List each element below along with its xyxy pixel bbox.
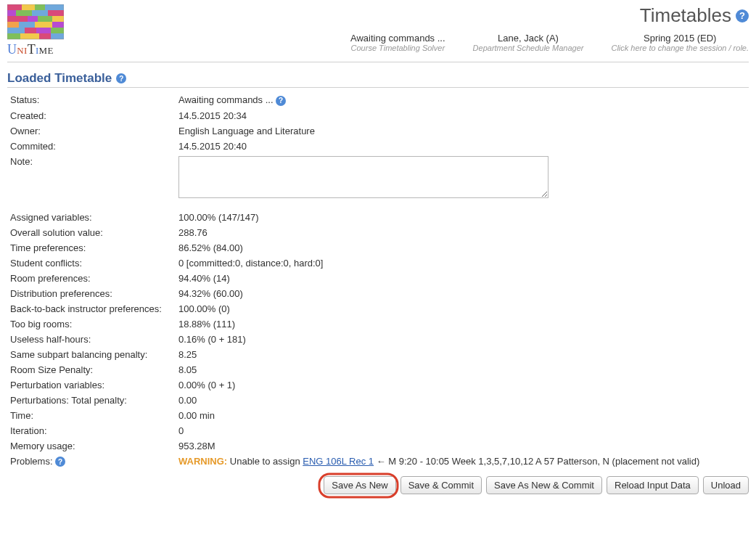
problems-label: Problems: ? <box>7 454 176 470</box>
svg-rect-17 <box>25 28 36 33</box>
help-icon[interactable]: ? <box>736 9 749 22</box>
mem-label: Memory usage: <box>7 438 176 454</box>
iter-label: Iteration: <box>7 423 176 438</box>
timepref-label: Time preferences: <box>7 240 176 255</box>
useless-value: 0.16% (0 + 181) <box>176 332 749 347</box>
distpref-label: Distribution preferences: <box>7 286 176 301</box>
created-label: Created: <box>7 108 176 123</box>
svg-rect-21 <box>20 33 39 39</box>
save-as-new-button[interactable]: Save As New <box>324 476 395 494</box>
svg-rect-18 <box>36 28 51 33</box>
assigned-value: 100.00% (147/147) <box>176 210 749 225</box>
warning-label: WARNING: <box>178 456 227 467</box>
svg-rect-23 <box>51 33 64 39</box>
overall-label: Overall solution value: <box>7 225 176 240</box>
save-commit-button[interactable]: Save & Commit <box>400 476 482 494</box>
svg-rect-2 <box>35 4 45 10</box>
status-label: Status: <box>7 92 176 108</box>
pertvar-value: 0.00% (0 + 1) <box>176 377 749 393</box>
svg-rect-0 <box>7 4 22 10</box>
section-header: Loaded Timetable ? <box>7 71 749 88</box>
svg-rect-1 <box>22 4 35 10</box>
owner-label: Owner: <box>7 123 176 139</box>
roomsize-label: Room Size Penalty: <box>7 362 176 377</box>
svg-rect-4 <box>7 10 16 16</box>
help-icon[interactable]: ? <box>116 73 126 83</box>
overall-value: 288.76 <box>176 225 749 240</box>
roomsize-value: 8.05 <box>176 362 749 377</box>
created-value: 14.5.2015 20:34 <box>176 108 749 123</box>
problem-link[interactable]: ENG 106L Rec 1 <box>303 456 374 467</box>
top-bar: UniTime Timetables ? Awaiting commands .… <box>7 4 749 62</box>
section-title: Loaded Timetable <box>7 71 112 86</box>
mem-value: 953.28M <box>176 438 749 454</box>
svg-rect-5 <box>16 10 32 16</box>
svg-rect-3 <box>45 4 64 10</box>
pertvar-label: Perturbation variables: <box>7 377 176 393</box>
useless-label: Useless half-hours: <box>7 332 176 347</box>
page-title: Timetables ? <box>640 4 749 27</box>
svg-rect-7 <box>48 10 64 16</box>
help-icon[interactable]: ? <box>276 96 286 106</box>
status-value: Awaiting commands ... ? <box>176 92 749 108</box>
perttot-label: Perturbations: Total penalty: <box>7 393 176 408</box>
assigned-label: Assigned variables: <box>7 210 176 225</box>
perttot-value: 0.00 <box>176 393 749 408</box>
btb-label: Back-to-back instructor preferences: <box>7 301 176 316</box>
timepref-value: 86.52% (84.00) <box>176 240 749 255</box>
balance-value: 8.25 <box>176 347 749 362</box>
stuconf-label: Student conflicts: <box>7 255 176 271</box>
svg-rect-19 <box>51 28 64 33</box>
session-strip: Awaiting commands ... Course Timetabling… <box>350 33 749 52</box>
svg-rect-12 <box>7 22 19 28</box>
roompref-label: Room preferences: <box>7 271 176 286</box>
session-user[interactable]: Lane, Jack (A) Department Schedule Manag… <box>473 33 584 52</box>
time-value: 0.00 min <box>176 408 749 423</box>
save-new-commit-button[interactable]: Save As New & Commit <box>486 476 602 494</box>
logo-block: UniTime <box>7 4 64 57</box>
svg-rect-13 <box>19 22 35 28</box>
stuconf-value: 0 [committed:0, distance:0, hard:0] <box>176 255 749 271</box>
iter-value: 0 <box>176 423 749 438</box>
svg-rect-9 <box>28 16 38 22</box>
problems-value: WARNING: Unable to assign ENG 106L Rec 1… <box>176 454 749 470</box>
btb-value: 100.00% (0) <box>176 301 749 316</box>
logo-text: UniTime <box>7 42 54 57</box>
distpref-value: 94.32% (60.00) <box>176 286 749 301</box>
svg-rect-8 <box>7 16 28 22</box>
committed-value: 14.5.2015 20:40 <box>176 139 749 154</box>
help-icon[interactable]: ? <box>55 457 65 467</box>
balance-label: Same subpart balancing penalty: <box>7 347 176 362</box>
session-solver[interactable]: Awaiting commands ... Course Timetabling… <box>350 33 445 52</box>
svg-rect-6 <box>32 10 48 16</box>
owner-value: English Language and Literature <box>176 123 749 139</box>
properties-table: Status: Awaiting commands ... ? Created:… <box>7 92 749 469</box>
svg-rect-15 <box>52 22 64 28</box>
button-row: Save As New Save & Commit Save As New & … <box>7 476 749 494</box>
committed-label: Commited: <box>7 139 176 154</box>
reload-button[interactable]: Reload Input Data <box>607 476 699 494</box>
svg-rect-20 <box>7 33 20 39</box>
svg-rect-22 <box>39 33 51 39</box>
svg-rect-10 <box>38 16 52 22</box>
session-term[interactable]: Spring 2015 (ED) Click here to change th… <box>611 33 749 52</box>
svg-rect-14 <box>35 22 52 28</box>
note-input[interactable] <box>178 156 548 198</box>
svg-rect-11 <box>52 16 64 22</box>
unload-button[interactable]: Unload <box>703 476 749 494</box>
note-label: Note: <box>7 154 176 202</box>
svg-rect-16 <box>7 28 25 33</box>
page-title-text: Timetables <box>640 4 731 27</box>
toobig-label: Too big rooms: <box>7 316 176 332</box>
logo-icon <box>7 4 64 41</box>
save-as-new-highlight: Save As New <box>324 476 395 494</box>
roompref-value: 94.40% (14) <box>176 271 749 286</box>
time-label: Time: <box>7 408 176 423</box>
toobig-value: 18.88% (111) <box>176 316 749 332</box>
